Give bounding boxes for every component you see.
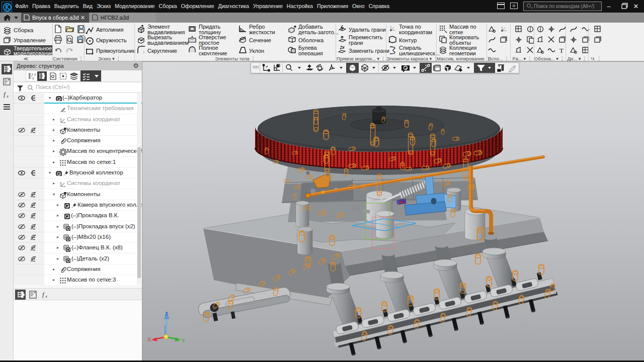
- svg-text:x: x: [45, 294, 47, 299]
- svg-text:x: x: [6, 94, 9, 99]
- svg-text:3: 3: [32, 77, 34, 80]
- svg-text:1 2: 1 2: [32, 73, 36, 76]
- svg-text:Y: Y: [182, 338, 186, 343]
- svg-text:X: X: [147, 337, 151, 342]
- svg-text:Z: Z: [165, 311, 168, 317]
